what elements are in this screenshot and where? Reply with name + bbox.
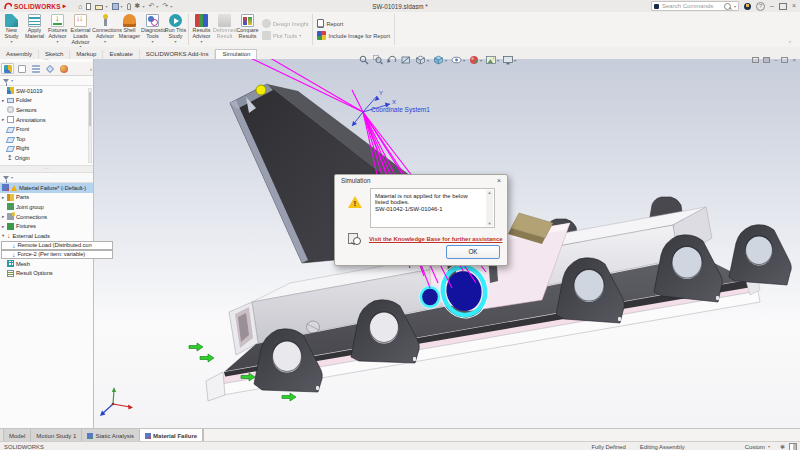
scroll-up-icon[interactable]: ▲ (488, 190, 492, 195)
help-icon[interactable]: ? (756, 2, 765, 11)
knowledge-base-link[interactable]: Visit the Knowledge Base for further ass… (369, 236, 502, 242)
dialog-scrollbar[interactable]: ▲ ▼ (486, 190, 493, 226)
tab-solidworks-add-ins[interactable]: SOLIDWORKS Add-Ins (140, 50, 216, 59)
study-item-material-failure[interactable]: Material Failure* (-Default-) (0, 183, 93, 193)
scroll-down-icon[interactable]: ▼ (488, 221, 492, 226)
tree-scrollbar-thumb[interactable] (89, 92, 91, 126)
tree-scrollbar[interactable] (88, 88, 92, 163)
connections-advisor-button[interactable]: Connections Advisor▾ (92, 12, 118, 47)
configuration-selector[interactable]: Custom ▾ (745, 444, 770, 450)
run-this-study-button[interactable]: Run This Study▾ (164, 12, 187, 47)
undo-icon[interactable]: ↶ (148, 2, 154, 10)
tab-assembly[interactable]: Assembly (0, 50, 39, 59)
study-item-joint-group[interactable]: Joint group (0, 202, 93, 212)
filter-caret: ▾ (11, 78, 13, 83)
apply-material-button[interactable]: Apply Material (23, 12, 46, 47)
open-document-icon[interactable] (95, 5, 103, 10)
dialog-close-icon[interactable]: × (497, 176, 501, 185)
undo-caret: ▾ (156, 4, 158, 9)
search-icon[interactable] (724, 3, 731, 10)
tab-sketch[interactable]: Sketch (39, 50, 70, 59)
previous-view-icon[interactable] (386, 55, 398, 65)
viewport-restore-icon[interactable] (781, 57, 788, 63)
tree-item-origin[interactable]: ↥ Origin (0, 153, 93, 163)
study-item-remote-load[interactable]: ↓ Remote Load (Distributed con (1, 241, 113, 250)
shell-manager-button[interactable]: Shell Manager (118, 12, 141, 47)
hide-show-items-icon[interactable]: ▾ (450, 55, 466, 65)
fixtures-advisor-button[interactable]: Fixtures Advisor▾ (46, 12, 69, 47)
viewport-close-icon[interactable]: × (792, 57, 796, 63)
options-gear-icon[interactable]: ✱ (135, 2, 141, 10)
tree-filter[interactable]: ▾ (0, 76, 93, 86)
external-loads-advisor-button[interactable]: External Loads Advisor▾ (69, 12, 92, 47)
tube-vertex-marker[interactable] (256, 85, 266, 95)
coordinate-system-annotation[interactable]: Y X Coordinate System1 (352, 90, 430, 126)
zoom-to-area-icon[interactable] (372, 55, 384, 65)
remote-load-icon: ↓ (12, 242, 15, 249)
tab-dimxpert-manager[interactable] (43, 63, 56, 74)
tree-label: Parts (16, 194, 29, 200)
study-tree-filter[interactable]: ▾ (0, 173, 93, 183)
report-button[interactable]: Report (317, 19, 390, 28)
search-input[interactable]: Search Commands ▾ (651, 1, 739, 11)
search-caret[interactable]: ▾ (734, 4, 736, 9)
new-document-icon[interactable] (86, 3, 91, 10)
user-avatar[interactable] (744, 3, 751, 10)
minimize-button[interactable]: – (770, 2, 774, 10)
viewport-minimize-icon[interactable]: – (774, 57, 777, 63)
include-image-for-report-button[interactable]: Include Image for Report (317, 31, 390, 40)
edit-appearance-icon[interactable]: ▾ (468, 55, 483, 65)
tab-markup[interactable]: Markup (70, 50, 103, 59)
view-settings-icon[interactable]: ▾ (502, 55, 517, 65)
zoom-to-fit-icon[interactable] (358, 55, 370, 65)
tree-item-annotations[interactable]: ▸ Annotations (0, 115, 93, 125)
study-item-parts[interactable]: ▸ Parts (0, 193, 93, 203)
ribbon-collapse-chevron[interactable]: ⌃ (788, 40, 792, 46)
tab-feature-manager[interactable] (1, 63, 14, 74)
save-icon[interactable] (112, 3, 119, 10)
tab-evaluate[interactable]: Evaluate (103, 50, 139, 59)
attach-icon[interactable] (127, 3, 131, 10)
diagnostic-tools-button[interactable]: Diagnostic Tools▾ (141, 12, 164, 47)
tab-simulation[interactable]: Simulation (215, 49, 257, 59)
new-study-button[interactable]: New Study▾ (0, 12, 23, 47)
ribbon-divider (312, 14, 313, 45)
tab-display-manager[interactable] (57, 63, 70, 74)
dialog-message-box[interactable]: Material is not applied for the below li… (370, 188, 495, 228)
panel-splitter[interactable]: ⋯ (0, 165, 93, 173)
status-settings-icon[interactable]: ✱ (780, 444, 785, 450)
study-item-force-2[interactable]: ↓ Force-2 (Per item: variable) (1, 250, 113, 259)
study-item-fixtures[interactable]: ▸ Fixtures (0, 221, 93, 231)
tree-item-front-plane[interactable]: Front (0, 124, 93, 134)
tree-item-assembly-root[interactable]: SW-01019 (0, 86, 93, 96)
tree-item-top-plane[interactable]: Top (0, 134, 93, 144)
pane-toggle-icon[interactable] (763, 57, 770, 63)
ok-button[interactable]: OK (446, 245, 500, 259)
home-button[interactable]: ⌂ (78, 3, 82, 10)
display-style-icon[interactable]: ▾ (432, 55, 448, 65)
redo-icon[interactable]: ↷ (162, 2, 168, 10)
results-advisor-button[interactable]: Results Advisor▾ (190, 12, 213, 47)
solidworks-logo[interactable]: SOLIDWORKS ▸ (0, 2, 70, 10)
tab-configuration-manager[interactable] (29, 63, 42, 74)
section-view-icon[interactable] (400, 55, 412, 65)
tree-item-sensors[interactable]: Sensors (0, 105, 93, 115)
study-item-connections[interactable]: ▸ Connections (0, 212, 93, 222)
study-item-mesh[interactable]: Mesh (0, 259, 93, 269)
tree-item-right-plane[interactable]: Right (0, 144, 93, 154)
compare-results-button[interactable]: Compare Results (236, 12, 259, 47)
dialog-title-bar[interactable]: Simulation × (335, 175, 507, 186)
pane-split-icon[interactable] (752, 57, 759, 63)
maximize-button[interactable] (779, 3, 787, 10)
tree-item-folder[interactable]: ▸ Folder (0, 96, 93, 106)
apply-scene-icon[interactable]: ▾ (485, 55, 500, 65)
manager-tabs-chevron[interactable]: › (90, 66, 92, 72)
view-orientation-icon[interactable]: ▾ (414, 55, 430, 65)
close-button[interactable]: × (792, 2, 796, 10)
menu-expand-caret[interactable]: ▸ (63, 2, 66, 10)
simulation-study-tree: Material Failure* (-Default-) ▸ Parts Jo… (0, 183, 93, 278)
study-item-external-loads[interactable]: ▾ ↓ External Loads (0, 231, 93, 241)
tab-property-manager[interactable] (15, 63, 28, 74)
study-item-result-options[interactable]: Result Options (0, 269, 93, 279)
status-pane-icon[interactable] (789, 443, 797, 450)
